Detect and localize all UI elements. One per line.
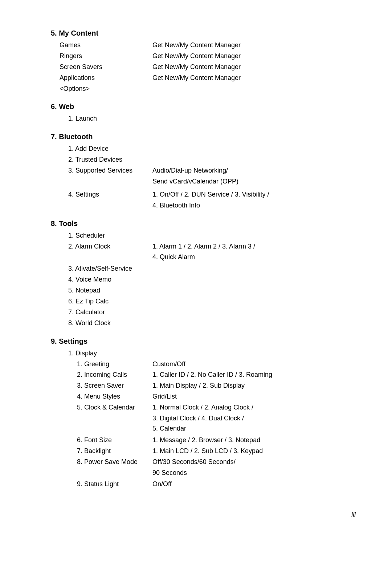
section-title-tools: 8. Tools [51,219,356,228]
list-item: 1. Display [51,348,356,359]
section-tools: 8. Tools 1. Scheduler 2. Alarm Clock 1. … [51,219,356,328]
item-label: Games [51,40,152,51]
section-my-content: 5. My Content Games Get New/My Content M… [51,29,356,94]
item-label: 4. Menu Styles [51,392,152,402]
section-title-settings: 9. Settings [51,337,356,346]
list-item: 5. Notepad [51,286,356,296]
item-label: 9. Status Light [51,479,152,489]
page-content: 5. My Content Games Get New/My Content M… [51,29,356,489]
item-value [152,114,356,124]
list-item: Screen Savers Get New/My Content Manager [51,62,356,72]
item-value: Get New/My Content Manager [152,40,356,51]
list-item: 4. Voice Memo [51,275,356,285]
list-item: 6. Font Size 1. Message / 2. Browser / 3… [51,435,356,445]
list-item: 1. Greeting Custom/Off [51,359,356,370]
item-label: 2. Incoming Calls [51,370,152,380]
list-item: 4. Menu Styles Grid/List [51,392,356,402]
item-value-cont: 3. Digital Clock / 4. Dual Clock / [152,413,356,424]
item-label: 2. Trusted Devices [51,155,152,165]
item-label: 1. Launch [51,114,152,124]
item-value: 1. On/Off / 2. DUN Service / 3. Visibili… [152,190,356,200]
item-value: Audio/Dial-up Networking/ [152,166,356,176]
item-value-cont: 4. Quick Alarm [152,252,356,262]
item-value [152,155,356,165]
item-label: 1. Scheduler [51,231,152,241]
list-item: 9. Status Light On/Off [51,479,356,489]
list-item: 1. Add Device [51,144,356,154]
list-item: 1. Scheduler [51,231,356,241]
item-label: 6. Ez Tip Calc [51,296,152,307]
item-value [152,307,356,318]
section-settings: 9. Settings 1. Display 1. Greeting Custo… [51,337,356,490]
item-value: Custom/Off [152,359,356,370]
item-value [152,286,356,296]
section-title-bluetooth: 7. Bluetooth [51,133,356,141]
item-value: 1. Alarm 1 / 2. Alarm 2 / 3. Alarm 3 / [152,242,356,252]
item-value [152,296,356,307]
item-value [152,264,356,274]
item-value: 1. Message / 2. Browser / 3. Notepad [152,435,356,445]
list-item: Games Get New/My Content Manager [51,40,356,51]
item-label: 2. Alarm Clock [51,242,152,252]
section-title-my-content: 5. My Content [51,29,356,37]
list-item: 3. Screen Saver 1. Main Display / 2. Sub… [51,381,356,391]
list-item: 4. Settings 1. On/Off / 2. DUN Service /… [51,190,356,200]
item-value: 1. Caller ID / 2. No Caller ID / 3. Roam… [152,370,356,380]
item-label: Applications [51,73,152,83]
list-item: 8. World Clock [51,318,356,328]
item-label: 5. Notepad [51,286,152,296]
list-item: 2. Trusted Devices [51,155,356,165]
list-item: 7. Backlight 1. Main LCD / 2. Sub LCD / … [51,446,356,456]
item-label: 1. Add Device [51,144,152,154]
item-value: Grid/List [152,392,356,402]
list-item: 3. Ativate/Self-Service [51,264,356,274]
item-value: 1. Main LCD / 2. Sub LCD / 3. Keypad [152,446,356,456]
item-label: 4. Voice Memo [51,275,152,285]
list-item: 2. Incoming Calls 1. Caller ID / 2. No C… [51,370,356,380]
item-label: 5. Clock & Calendar [51,403,152,413]
item-value: Get New/My Content Manager [152,73,356,83]
item-value: Get New/My Content Manager [152,62,356,72]
item-value: 1. Main Display / 2. Sub Display [152,381,356,391]
item-label: 4. Settings [51,190,152,200]
item-label: 8. World Clock [51,318,152,328]
page-number: iii [51,511,356,519]
item-value [152,275,356,285]
item-label: <Options> [51,84,152,94]
item-label: 3. Supported Services [51,166,152,176]
item-value: 1. Normal Clock / 2. Analog Clock / [152,403,356,413]
list-item: 3. Supported Services Audio/Dial-up Netw… [51,166,356,176]
item-value [152,318,356,328]
item-label: 6. Font Size [51,435,152,445]
item-label: 1. Greeting [51,359,152,370]
item-value [152,144,356,154]
list-item: Applications Get New/My Content Manager [51,73,356,83]
item-label: 3. Screen Saver [51,381,152,391]
list-item: 6. Ez Tip Calc [51,296,356,307]
section-bluetooth: 7. Bluetooth 1. Add Device 2. Trusted De… [51,133,356,210]
item-value: On/Off [152,479,356,489]
item-value-cont: 5. Calendar [152,424,356,434]
section-web: 6. Web 1. Launch [51,102,356,124]
item-label: 7. Calculator [51,307,152,318]
list-item: 7. Calculator [51,307,356,318]
list-item: 8. Power Save Mode Off/30 Seconds/60 Sec… [51,457,356,467]
item-label: Ringers [51,51,152,61]
list-item: 5. Clock & Calendar 1. Normal Clock / 2.… [51,403,356,413]
item-value [152,84,356,94]
list-item: <Options> [51,84,356,94]
item-label: Screen Savers [51,62,152,72]
item-value: Get New/My Content Manager [152,51,356,61]
section-title-web: 6. Web [51,102,356,111]
item-value: Off/30 Seconds/60 Seconds/ [152,457,356,467]
item-value [152,348,356,359]
item-value-cont: 4. Bluetooth Info [152,201,356,211]
item-label: 3. Ativate/Self-Service [51,264,152,274]
item-value [152,231,356,241]
list-item: 1. Launch [51,114,356,124]
item-label: 8. Power Save Mode [51,457,152,467]
item-value-cont: Send vCard/vCalendar (OPP) [152,177,356,187]
item-value-cont: 90 Seconds [152,468,356,478]
list-item: 2. Alarm Clock 1. Alarm 1 / 2. Alarm 2 /… [51,242,356,252]
item-label: 1. Display [51,348,152,359]
